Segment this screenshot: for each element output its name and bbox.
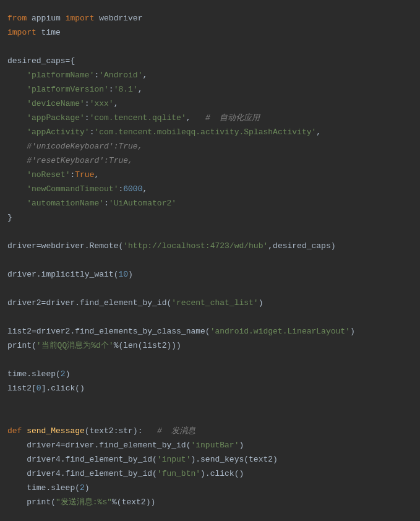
code-line: driver=webdriver.Remote('http://localhos…: [7, 239, 413, 253]
indent: [7, 85, 27, 94]
comment: # 自动化应用: [205, 113, 260, 123]
indent: [7, 184, 27, 194]
punctuation: ): [239, 441, 244, 450]
punctuation: ,: [186, 113, 191, 123]
indent: [7, 199, 27, 208]
indent: [7, 71, 27, 80]
keyword-import: import: [66, 14, 95, 23]
code-line: [7, 225, 413, 239]
comment: # 发消息: [157, 426, 195, 436]
string-literal: 'com.tencent.mobileqq.activity.SplashAct…: [94, 127, 316, 137]
punctuation: :: [109, 85, 114, 94]
punctuation: }: [7, 213, 12, 222]
string-literal: 'noReset': [27, 170, 70, 179]
identifier: driver2=driver.find_element_by_id(: [7, 298, 171, 308]
string-literal: '8.1': [114, 85, 138, 94]
code-line: list2[0].click(): [7, 381, 413, 395]
code-line: list2=driver2.find_elements_by_class_nam…: [7, 324, 413, 338]
code-line: 'deviceName':'xxx',: [7, 97, 413, 111]
indent: [7, 156, 27, 165]
punctuation: ): [259, 298, 264, 308]
module-name: time: [36, 28, 61, 37]
module-name: webdriver: [94, 14, 142, 23]
code-line: [7, 353, 413, 367]
string-literal: 'android.widget.LinearLayout': [210, 327, 350, 336]
string-literal: 'platformName': [27, 71, 94, 80]
string-literal: 'appActivity': [27, 127, 89, 137]
comment: #'unicodeKeyboard':True,: [27, 142, 142, 151]
boolean-literal: True: [75, 170, 94, 179]
indent: [7, 99, 27, 108]
punctuation: ,: [114, 99, 119, 108]
indent: [7, 113, 27, 123]
code-line: driver.implicitly_wait(10): [7, 267, 413, 282]
code-line: #'resetKeyboard':True,: [7, 153, 413, 168]
identifier: ].click(): [41, 384, 85, 393]
identifier: print(: [7, 497, 56, 507]
function-name: send_Message: [27, 426, 85, 436]
punctuation: :: [85, 99, 90, 108]
keyword-def: def: [7, 426, 22, 436]
string-literal: 'xxx': [90, 99, 114, 108]
identifier: list2=driver2.find_elements_by_class_nam…: [7, 327, 210, 336]
code-line: 'noReset':True,: [7, 168, 413, 182]
string-literal: 'deviceName': [27, 99, 85, 108]
string-literal: 'appPackage': [27, 113, 85, 123]
punctuation: ,: [316, 127, 321, 137]
number-literal: 10: [118, 270, 128, 279]
indent: [7, 127, 27, 137]
number-literal: 0: [36, 384, 41, 393]
code-line: [7, 253, 413, 267]
identifier: time.sleep(: [7, 369, 61, 379]
code-line: print('当前QQ消息为%d个'%(len(list2))): [7, 338, 413, 353]
string-literal: 'platformVersion': [27, 85, 109, 94]
code-line: 'platformVersion':'8.1',: [7, 82, 413, 97]
punctuation: ,: [142, 184, 147, 194]
code-line: }: [7, 210, 413, 225]
module-name: appium: [27, 14, 65, 23]
string-literal: 'inputBar': [191, 441, 239, 450]
identifier: driver4=driver.find_element_by_id(: [7, 441, 191, 450]
punctuation: ): [128, 270, 133, 279]
identifier: ).click(): [200, 469, 244, 478]
code-line: [7, 310, 413, 324]
code-line: print("发送消息:%s"%(text2)): [7, 495, 413, 509]
punctuation: ,: [94, 170, 99, 179]
keyword-import: import: [7, 28, 36, 37]
identifier: driver4.find_element_by_id(: [7, 469, 157, 478]
code-line: [7, 282, 413, 296]
identifier: list2[: [7, 384, 36, 393]
code-line: [7, 40, 413, 54]
code-line: 'platformName':'Android',: [7, 68, 413, 82]
identifier: ).send_keys(text2): [191, 455, 277, 464]
code-line: from appium import webdriver: [7, 11, 413, 25]
string-literal: 'http://localhost:4723/wd/hub': [123, 241, 268, 251]
string-literal: 'com.tencent.qqlite': [90, 113, 186, 123]
code-line: driver4=driver.find_element_by_id('input…: [7, 438, 413, 452]
code-line: 'newCommandTimeout':6000,: [7, 182, 413, 196]
identifier: driver4.find_element_by_id(: [7, 455, 157, 464]
string-literal: 'UiAutomator2': [109, 199, 176, 208]
string-literal: 'input': [157, 455, 191, 464]
code-line: import time: [7, 25, 413, 40]
string-literal: 'automationName': [27, 199, 104, 208]
identifier: ,desired_caps): [268, 241, 335, 251]
punctuation: ,: [142, 71, 147, 80]
comment: #'resetKeyboard':True,: [27, 156, 133, 165]
punctuation: ,: [138, 85, 143, 94]
punctuation: ): [85, 483, 90, 493]
keyword-from: from: [7, 14, 27, 23]
code-block: from appium import webdriver import time…: [7, 11, 413, 509]
identifier: time.sleep(: [7, 483, 80, 493]
code-line: 'appActivity':'com.tencent.mobileqq.acti…: [7, 125, 413, 139]
number-literal: 2: [61, 369, 66, 379]
code-line: def send_Message(text2:str): # 发消息: [7, 424, 413, 438]
code-line: 'automationName':'UiAutomator2': [7, 196, 413, 210]
indent: [7, 142, 27, 151]
string-literal: 'newCommandTimeout': [27, 184, 118, 194]
code-line: [7, 395, 413, 410]
code-line: driver2=driver.find_element_by_id('recen…: [7, 296, 413, 310]
identifier: desired_caps={: [7, 56, 75, 66]
code-line: time.sleep(2): [7, 481, 413, 495]
number-literal: 2: [80, 483, 85, 493]
